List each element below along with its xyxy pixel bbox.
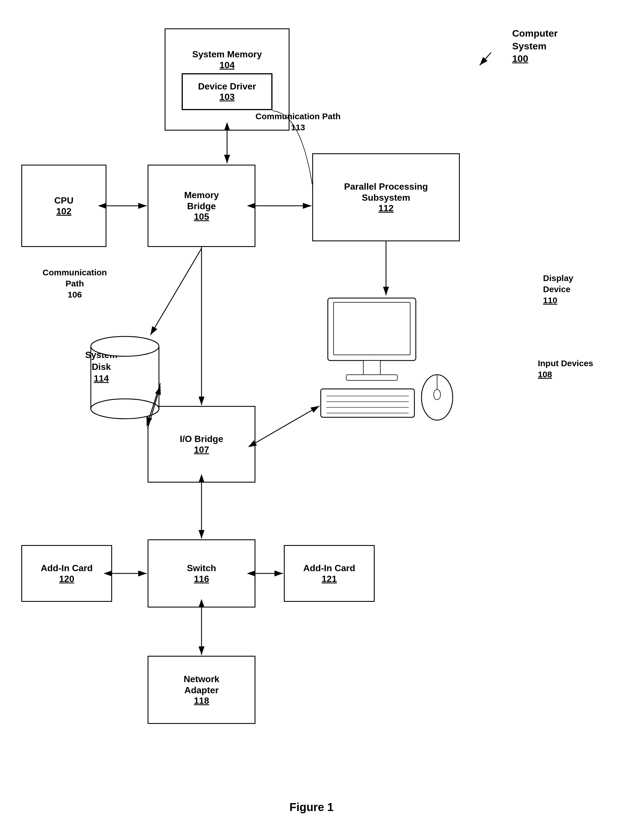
svg-rect-10 (333, 303, 410, 355)
svg-rect-12 (346, 375, 397, 381)
svg-point-20 (434, 390, 440, 400)
svg-line-28 (150, 249, 201, 335)
device-driver-box: Device Driver 103 (182, 73, 273, 110)
svg-rect-11 (363, 361, 381, 375)
display-device-label: DisplayDevice 110 (543, 273, 573, 306)
system-disk-label: SystemDisk 114 (85, 349, 118, 385)
memory-bridge-box: Memory Bridge 105 (147, 165, 255, 247)
network-adapter-box: Network Adapter 118 (147, 656, 255, 724)
svg-point-18 (422, 375, 453, 420)
input-devices-label: Input Devices 108 (538, 358, 593, 380)
cpu-box: CPU 102 (21, 165, 106, 247)
diagram-container: Computer System 100 System Memory 104 De… (0, 0, 623, 840)
switch-box: Switch 116 (147, 539, 255, 608)
svg-line-21 (255, 406, 319, 443)
comm-path-106-label: Communication Path 106 (43, 267, 107, 300)
svg-rect-9 (328, 298, 416, 361)
add-in-card-120-box: Add-In Card 120 (21, 545, 112, 602)
computer-system-label: Computer System 100 (512, 27, 558, 65)
io-bridge-box: I/O Bridge 107 (147, 406, 255, 482)
comm-path-113-label: Communication Path 113 (255, 111, 341, 133)
parallel-processing-box: Parallel Processing Subsystem 112 (312, 153, 460, 241)
svg-rect-13 (321, 389, 414, 417)
add-in-card-121-box: Add-In Card 121 (284, 545, 374, 602)
figure-label: Figure 1 (290, 800, 334, 814)
